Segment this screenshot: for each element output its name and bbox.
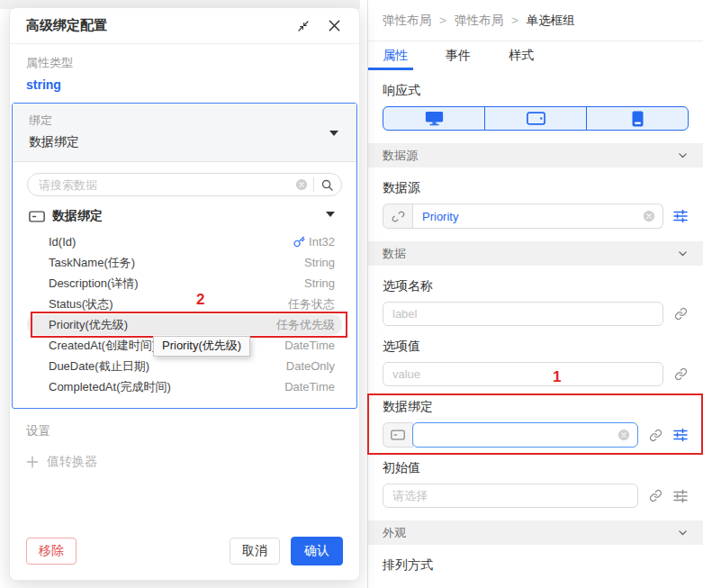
- collapse-icon[interactable]: [294, 17, 312, 35]
- tree-root-databinding[interactable]: 数据绑定: [27, 208, 342, 224]
- breadcrumb-item-current[interactable]: 单选框组: [527, 13, 575, 29]
- tab-properties[interactable]: 属性: [383, 48, 408, 64]
- plus-icon: [26, 456, 39, 468]
- add-value-converter-button[interactable]: 值转换器: [26, 454, 343, 470]
- section-title: 数据源: [383, 148, 418, 164]
- field-type: String: [304, 256, 335, 269]
- option-label-input[interactable]: [383, 302, 663, 326]
- link-icon[interactable]: [647, 488, 663, 504]
- datasource-label: 数据源: [383, 180, 689, 196]
- priority-tooltip: Priority(优先级): [153, 336, 250, 357]
- initial-value-label: 初始值: [383, 460, 689, 476]
- field-type: 任务优先级: [276, 317, 335, 333]
- field-type: DateTime: [284, 380, 335, 394]
- divider: [313, 177, 314, 192]
- field-name: Description(详情): [49, 276, 139, 292]
- tree-root-label: 数据绑定: [52, 208, 103, 224]
- remove-button[interactable]: 移除: [26, 538, 77, 565]
- key-icon: [293, 236, 305, 248]
- property-type-label: 属性类型: [26, 55, 343, 71]
- annotation-number-1: 1: [553, 368, 561, 386]
- cancel-button[interactable]: 取消: [230, 538, 280, 565]
- tree-row-status[interactable]: Status(状态) 任务状态: [27, 294, 342, 314]
- initial-value-input[interactable]: [383, 484, 638, 508]
- datasource-input[interactable]: [422, 210, 643, 223]
- mobile-icon: [632, 111, 644, 127]
- data-binding-row: [383, 422, 689, 448]
- active-tab-underline: [368, 68, 413, 70]
- field-name: CreatedAt(创建时间): [49, 338, 156, 354]
- tree-row-taskname[interactable]: TaskName(任务) String: [27, 252, 342, 273]
- section-title: 数据: [383, 246, 406, 262]
- tree-row-id[interactable]: Id(Id) Int32: [27, 231, 342, 252]
- sliders-icon[interactable]: [672, 488, 689, 504]
- sliders-icon[interactable]: [672, 208, 689, 224]
- dialog-footer: 移除 取消 确认: [10, 524, 359, 580]
- settings-label: 设置: [26, 423, 343, 439]
- tree-row-completedat[interactable]: CompletedAt(完成时间) DateTime: [27, 376, 342, 397]
- data-binding-input[interactable]: [422, 429, 617, 442]
- section-header-datasource[interactable]: 数据源: [368, 143, 703, 167]
- dialog-header: 高级绑定配置: [10, 8, 359, 44]
- tree-collapse-arrow-icon: [326, 212, 335, 222]
- initial-value-row: [383, 484, 689, 508]
- field-type: 任务状态: [288, 296, 335, 312]
- tree-row-description[interactable]: Description(详情) String: [27, 273, 342, 294]
- breadcrumb-item[interactable]: 弹性布局: [383, 13, 431, 29]
- chevron-down-icon: [677, 527, 689, 538]
- data-binding-input-group: [383, 422, 638, 448]
- desktop-icon: [425, 111, 444, 126]
- segment-desktop[interactable]: [383, 107, 484, 130]
- field-name: TaskName(任务): [49, 255, 135, 271]
- responsive-segmented-control: [383, 106, 689, 131]
- segment-mobile[interactable]: [586, 107, 688, 130]
- field-name: DueDate(截止日期): [49, 358, 149, 375]
- add-converter-label: 值转换器: [47, 454, 97, 470]
- option-value-input[interactable]: [383, 362, 663, 386]
- section-title: 外观: [383, 525, 406, 541]
- binding-container: 绑定 数据绑定: [12, 103, 357, 409]
- tablet-icon: [527, 112, 545, 125]
- sliders-icon[interactable]: [672, 427, 689, 443]
- field-name: Status(状态): [49, 296, 113, 312]
- annotation-number-2: 2: [196, 291, 204, 309]
- field-list: Id(Id) Int32 TaskName(任务) String: [27, 231, 342, 397]
- field-name: Priority(优先级): [49, 317, 128, 333]
- link-icon[interactable]: [672, 366, 689, 383]
- data-binding-block: 1 数据绑定: [368, 399, 703, 448]
- datasource-row: [383, 204, 689, 229]
- link-icon[interactable]: [672, 306, 689, 322]
- confirm-button[interactable]: 确认: [291, 537, 343, 565]
- dropdown-arrow-icon: [329, 131, 338, 140]
- field-type: String: [304, 276, 335, 290]
- search-icon[interactable]: [320, 178, 334, 192]
- data-binding-label: 数据绑定: [383, 399, 689, 415]
- arrangement-label: 排列方式: [383, 557, 689, 574]
- field-name: Id(Id): [49, 235, 76, 249]
- tree-row-priority[interactable]: 2 Priority(优先级) Priority(优先级) 任务优先级: [27, 314, 342, 335]
- binding-mode-select[interactable]: 绑定 数据绑定: [13, 104, 356, 162]
- option-label-row: [383, 302, 689, 326]
- input-field-icon: [383, 422, 413, 448]
- close-icon[interactable]: [325, 17, 343, 35]
- link-icon[interactable]: [647, 427, 663, 443]
- tree-row-duedate[interactable]: DueDate(截止日期) DateOnly: [27, 356, 342, 376]
- field-type: Int32: [293, 235, 335, 249]
- breadcrumb-separator: >: [511, 14, 518, 27]
- search-input[interactable]: [39, 178, 295, 192]
- tab-events[interactable]: 事件: [446, 48, 471, 64]
- search-clear-icon[interactable]: [295, 178, 308, 191]
- segment-tablet[interactable]: [484, 107, 586, 130]
- chevron-down-icon: [677, 248, 689, 259]
- input-field-icon: [29, 211, 45, 222]
- section-header-data[interactable]: 数据: [368, 241, 703, 266]
- breadcrumb-item[interactable]: 弹性布局: [455, 13, 503, 29]
- section-header-appearance[interactable]: 外观: [368, 520, 703, 545]
- option-label-label: 选项名称: [383, 278, 689, 294]
- field-type: DateTime: [284, 339, 335, 352]
- clear-icon[interactable]: [617, 429, 630, 441]
- clear-icon[interactable]: [643, 210, 655, 222]
- breadcrumb: 弹性布局 > 弹性布局 > 单选框组: [368, 0, 703, 41]
- tab-styles[interactable]: 样式: [509, 48, 534, 64]
- chevron-down-icon: [677, 149, 689, 161]
